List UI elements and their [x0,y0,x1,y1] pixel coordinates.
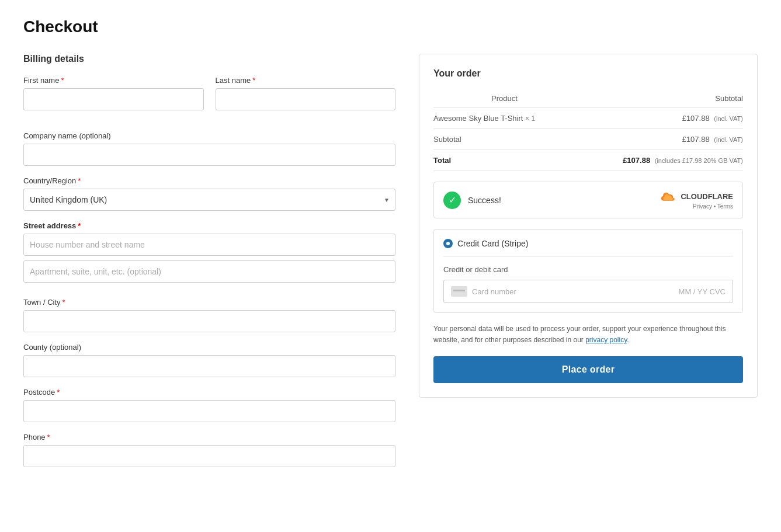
first-name-input[interactable] [23,88,204,110]
total-label: Total [433,150,575,171]
card-number-placeholder: Card number [472,287,516,296]
first-name-group: First name* [23,76,204,110]
country-select-wrapper: United Kingdom (UK) United States (US) G… [23,189,395,211]
street-address-input[interactable] [23,234,395,256]
company-name-group: Company name (optional) [23,131,395,166]
total-row: Total £107.88 (includes £17.98 20% GB VA… [433,150,743,171]
order-table: Product Subtotal Awesome Sky Blue T-Shir… [433,89,743,171]
county-input[interactable] [23,355,395,377]
town-city-group: Town / City* [23,298,395,332]
card-number-area: Card number [451,286,679,297]
privacy-policy-link[interactable]: privacy policy [585,336,627,344]
place-order-button[interactable]: Place order [433,356,743,383]
street-address-label: Street address* [23,221,395,230]
cf-success-text: Success! [468,196,501,205]
cf-links: Privacy • Terms [693,203,733,210]
first-name-label: First name* [23,76,204,85]
last-name-input[interactable] [216,88,396,110]
cloudflare-box: ✓ Success! CLOUDFLARE Privacy • Terms [433,182,743,218]
postcode-label: Postcode* [23,388,395,397]
page-title: Checkout [23,18,758,36]
payment-method-row: Credit Card (Stripe) [443,239,733,248]
col-subtotal: Subtotal [575,89,743,108]
card-brand-icon [451,286,467,297]
postcode-group: Postcode* [23,388,395,422]
product-name-cell: Awesome Sky Blue T-Shirt × 1 [433,108,575,129]
payment-method-label: Credit Card (Stripe) [457,239,528,248]
order-section: Your order Product Subtotal Awesome Sky … [419,54,758,398]
phone-input[interactable] [23,445,395,467]
card-input-row: Card number MM / YY CVC [443,280,733,303]
cloudflare-cloud-icon [657,190,678,202]
postcode-input[interactable] [23,400,395,422]
order-title: Your order [433,68,743,79]
country-group: Country/Region* United Kingdom (UK) Unit… [23,176,395,211]
card-section-label: Credit or debit card [443,265,733,274]
subtotal-row: Subtotal £107.88 (incl. VAT) [433,129,743,150]
country-label: Country/Region* [23,176,395,185]
privacy-notice: Your personal data will be used to proce… [433,324,743,346]
cloudflare-logo: CLOUDFLARE [657,190,733,202]
product-price-cell: £107.88 (incl. VAT) [575,108,743,129]
billing-title: Billing details [23,54,395,64]
last-name-label: Last name* [216,76,396,85]
town-city-label: Town / City* [23,298,395,307]
phone-group: Phone* [23,433,395,467]
country-select[interactable]: United Kingdom (UK) United States (US) G… [23,189,395,211]
phone-label: Phone* [23,433,395,441]
name-row: First name* Last name* [23,76,395,121]
billing-section: Billing details First name* Last name* C… [23,54,395,478]
county-group: County (optional) [23,343,395,377]
col-product: Product [433,89,575,108]
credit-card-radio[interactable] [443,239,453,248]
company-name-label: Company name (optional) [23,131,395,140]
subtotal-price-cell: £107.88 (incl. VAT) [575,129,743,150]
success-check-icon: ✓ [443,192,461,209]
card-section: Credit or debit card Card number MM / YY… [443,256,733,303]
checkout-layout: Billing details First name* Last name* C… [23,54,758,478]
last-name-group: Last name* [216,76,396,110]
company-name-input[interactable] [23,144,395,166]
cf-left: ✓ Success! [443,192,501,209]
cf-right: CLOUDFLARE Privacy • Terms [657,190,733,210]
street-address2-input[interactable] [23,260,395,283]
county-label: County (optional) [23,343,395,352]
street-address-group: Street address* [23,221,395,287]
svg-rect-1 [453,290,465,291]
subtotal-label: Subtotal [433,129,575,150]
payment-section: Credit Card (Stripe) Credit or debit car… [433,229,743,313]
town-city-input[interactable] [23,310,395,332]
product-row: Awesome Sky Blue T-Shirt × 1 £107.88 (in… [433,108,743,129]
card-date-cvc: MM / YY CVC [679,287,726,296]
total-price-cell: £107.88 (includes £17.98 20% GB VAT) [575,150,743,171]
